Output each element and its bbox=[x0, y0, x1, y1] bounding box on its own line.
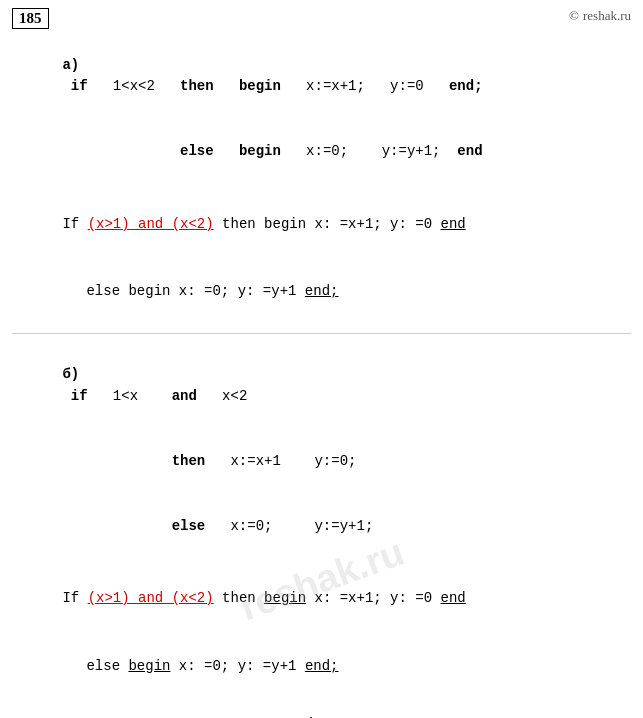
section-a: а) if 1<x<2 then begin x:=x+1; y:=0 end;… bbox=[12, 33, 631, 185]
section-b: б) if 1<x and x<2 then x:=x+1 y:=0; else… bbox=[12, 342, 631, 559]
logo-text: reshak.ru bbox=[583, 8, 631, 24]
answer-b-line2: else begin x: =0; y: =y+1 end; bbox=[36, 632, 631, 699]
answer-a: If (x>1) and (x<2) then begin x: =x+1; y… bbox=[12, 191, 631, 325]
answer-b-else: else begin x: =0; y: =y+1 bbox=[86, 658, 304, 674]
answer-a-end2: end; bbox=[305, 283, 339, 299]
section-a-line2: else begin x:=0; y:=y+1; end bbox=[12, 120, 631, 185]
section-a-label: а) if 1<x<2 then begin x:=x+1; y:=0 end; bbox=[12, 33, 631, 120]
answer-a-line2: else begin x: =0; y: =y+1 end; bbox=[36, 258, 631, 325]
section-b-label: б) bbox=[62, 366, 79, 382]
answer-a-line1: If (x>1) and (x<2) then begin x: =x+1; y… bbox=[12, 191, 631, 258]
answer-b-if-prefix: If bbox=[62, 590, 87, 606]
page: reshak.ru 185 © reshak.ru а) if 1<x<2 th… bbox=[0, 0, 643, 718]
section-a-if: if 1<x<2 then begin x:=x+1; y:=0 end; bbox=[62, 78, 482, 94]
answer-b-then: then begin x: =x+1; y: =0 bbox=[214, 590, 441, 606]
section-b-else: else x:=0; y:=y+1; bbox=[62, 518, 373, 534]
section-b-if: if 1<x and x<2 bbox=[62, 388, 247, 404]
answer-b-end2: end; bbox=[305, 658, 339, 674]
problem-number: 185 bbox=[12, 8, 49, 29]
answer-a-else: else begin x: =0; y: =y+1 bbox=[86, 283, 304, 299]
top-bar: 185 © reshak.ru bbox=[12, 8, 631, 29]
answer-a-if-prefix: If bbox=[62, 216, 87, 232]
answer-a-end: end bbox=[441, 216, 466, 232]
section-b-then: then x:=x+1 y:=0; bbox=[62, 453, 356, 469]
answer-b-end: end bbox=[441, 590, 466, 606]
answer-b-line1: If (x>1) and (x<2) then begin x: =x+1; y… bbox=[12, 565, 631, 632]
answer-b: If (x>1) and (x<2) then begin x: =x+1; y… bbox=[12, 565, 631, 699]
answer-b-condition: (x>1) and (x<2) bbox=[88, 590, 214, 606]
divider bbox=[12, 333, 631, 334]
section-a-else: else begin x:=0; y:=y+1; end bbox=[62, 143, 482, 159]
section-b-line2: then x:=x+1 y:=0; bbox=[12, 429, 631, 494]
section-b-line3: else x:=0; y:=y+1; bbox=[12, 494, 631, 559]
answer-a-then: then begin x: =x+1; y: =0 bbox=[214, 216, 441, 232]
answer-a-condition: (x>1) and (x<2) bbox=[88, 216, 214, 232]
copyright-icon: © bbox=[569, 8, 579, 24]
reshak-logo: © reshak.ru bbox=[569, 8, 631, 24]
section-a-bold-label: а) bbox=[62, 57, 79, 73]
section-b-line1: б) if 1<x and x<2 bbox=[12, 342, 631, 429]
